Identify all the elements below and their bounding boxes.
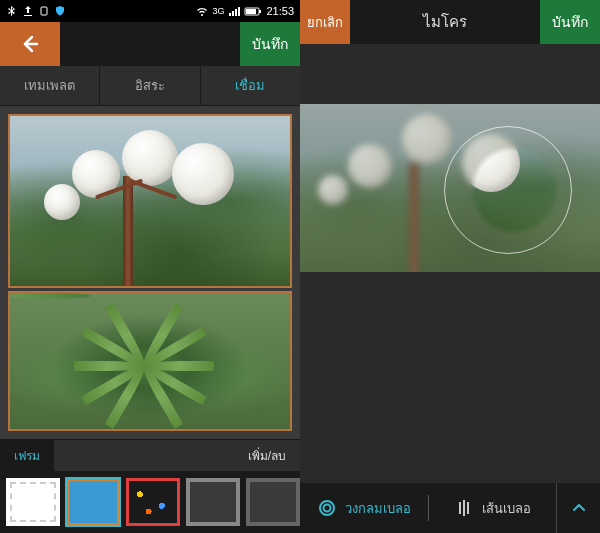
cancel-button[interactable]: ยกเลิก (300, 0, 350, 44)
frame-option-4[interactable] (186, 478, 240, 526)
preview-image[interactable] (300, 104, 600, 272)
svg-rect-2 (232, 11, 234, 16)
blur-line-option[interactable]: เส้นเบลอ (429, 483, 557, 533)
battery-icon (244, 5, 262, 17)
wifi-icon (196, 5, 208, 17)
save-button[interactable]: บันทึก (240, 22, 300, 66)
expand-button[interactable] (556, 483, 600, 533)
circle-blur-icon (317, 498, 337, 518)
network-label: 3G (212, 6, 224, 16)
header-spacer (60, 22, 240, 66)
header-r: ยกเลิก ไมโคร บันทึก (300, 0, 600, 44)
collage-canvas[interactable] (0, 106, 300, 439)
page-title: ไมโคร (350, 0, 540, 44)
line-blur-icon (454, 498, 474, 518)
photo-bottom[interactable] (8, 291, 292, 431)
svg-rect-0 (41, 7, 47, 15)
svg-point-10 (323, 505, 330, 512)
status-right: 3G 21:53 (196, 5, 294, 17)
svg-rect-4 (238, 7, 240, 16)
photo-top[interactable] (8, 114, 292, 288)
save-button-r[interactable]: บันทึก (540, 0, 600, 44)
save-label: บันทึก (252, 33, 288, 55)
frame-options (0, 471, 300, 533)
upload-icon (22, 5, 34, 17)
left-screen: 3G 21:53 บันทึก เทมเพลต อิสระ เชื่อม (0, 0, 300, 533)
frame-option-1[interactable] (6, 478, 60, 526)
frame-option-5[interactable] (246, 478, 300, 526)
cancel-label: ยกเลิก (307, 12, 343, 33)
blur-canvas: วงกลมเบลอ เส้นเบลอ (300, 44, 600, 533)
tab-connect[interactable]: เชื่อม (201, 66, 300, 105)
save-label-r: บันทึก (552, 11, 588, 33)
tab-free[interactable]: อิสระ (100, 66, 200, 105)
right-screen: ยกเลิก ไมโคร บันทึก วงกลมเบลอ (300, 0, 600, 533)
chevron-up-icon (571, 500, 587, 516)
status-bar: 3G 21:53 (0, 0, 300, 22)
status-left (6, 5, 66, 17)
svg-rect-7 (246, 9, 256, 14)
frame-option-3[interactable] (126, 478, 180, 526)
svg-point-9 (320, 501, 334, 515)
svg-rect-1 (229, 13, 231, 16)
bluetooth-icon (6, 5, 18, 17)
mode-tabs: เทมเพลต อิสระ เชื่อม (0, 66, 300, 106)
back-button[interactable] (0, 22, 60, 66)
header: บันทึก (0, 22, 300, 66)
blur-controls: วงกลมเบลอ เส้นเบลอ (300, 483, 600, 533)
svg-rect-3 (235, 9, 237, 16)
focus-ring[interactable] (444, 126, 572, 254)
tab-template[interactable]: เทมเพลต (0, 66, 100, 105)
arrow-left-icon (20, 34, 40, 54)
tab-frame[interactable]: เฟรม (0, 440, 54, 471)
bottom-tabs: เฟรม เพิ่ม/ลบ (0, 439, 300, 471)
sim-icon (38, 5, 50, 17)
blur-circle-option[interactable]: วงกลมเบลอ (300, 483, 428, 533)
tab-addremove[interactable]: เพิ่ม/ลบ (234, 440, 300, 471)
clock: 21:53 (266, 5, 294, 17)
svg-rect-6 (259, 10, 261, 13)
signal-icon (228, 5, 240, 17)
frame-option-2[interactable] (66, 478, 120, 526)
shield-icon (54, 5, 66, 17)
